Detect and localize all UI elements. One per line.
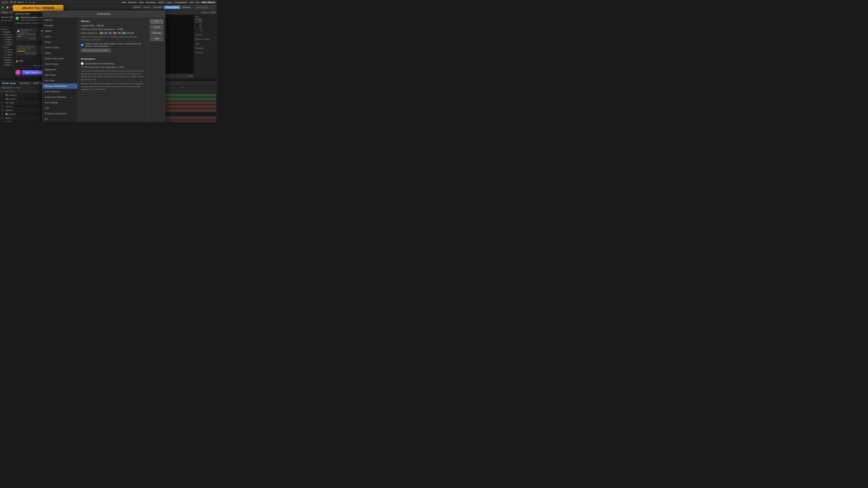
pref-media-disk[interactable]: Media & Disk Cache [42,56,78,61]
app-badge-me: Me [113,32,117,34]
pref-video-preview[interactable]: Video Preview [42,61,78,67]
menu-date: 25 בדצמי׳ 22 [10,1,24,4]
menu-time: 22:32 [2,1,8,4]
menu-edit[interactable]: Edit [189,1,193,4]
prefs-separator [81,55,145,55]
hand-tool[interactable]: ✋ [5,6,10,9]
reserved-other-label: RAM reserved for other applications: [81,28,115,31]
show-memory-row: Show Memory Usage Details... [81,48,145,52]
info-title: Info [195,16,216,18]
element-label: Element [1,16,9,19]
memory-section-title: Memory [81,20,145,23]
menu-window[interactable]: Window [128,1,137,4]
workspace-default[interactable]: Default [132,6,142,9]
affects-label: Affects After Effects, Premiere Pro, Pre… [81,36,145,41]
av-protection-label: PROTECTION [16,13,29,15]
av-empty-trash-btn[interactable]: Empty Trash [17,52,36,54]
prefs-buttons: OK Cancel Previous Next [148,18,165,122]
pref-labels[interactable]: Labels [42,51,78,56]
av-hdd-bar-fill [17,36,21,37]
menu-effect[interactable]: Effect [158,1,164,4]
selection-tool[interactable]: ▶ [1,6,5,9]
pref-appearance[interactable]: Appearance [42,67,78,72]
bluetooth-icon: ⊛ [33,1,35,4]
av-hdd-free-btn[interactable]: Free Up [17,37,36,40]
enable-mfr-row: Enable Multi-Frame Rendering [81,62,145,65]
reduce-cache-row: Reduce cache size when system is low on … [81,42,145,47]
menu-view[interactable]: View [139,1,144,4]
menu-apple-icon[interactable]:  [26,1,27,4]
render-queue-tab[interactable]: Render Queue [0,81,18,86]
av-unlock-header[interactable]: UNLOCK FULL VERSION [13,5,63,11]
workspace-small-screen[interactable]: Small Screen [164,6,180,9]
av-hdd-title: 💾 MACINTO...D: 1.00 TB [17,29,36,33]
performance-section-title: Performance [81,58,145,60]
menu-file[interactable]: File [195,1,199,4]
pref-grids[interactable]: Grids & Guides [42,45,78,51]
av-test-speed-btn[interactable]: Test Speed [33,65,43,67]
comp-view-label: Comp 1 • Cube [201,11,216,13]
pref-previews[interactable]: Previews [42,23,78,28]
pref-3d[interactable]: 3D [42,117,78,122]
enable-mfr-label: Enable Multi-Frame Rendering [85,63,114,65]
av-hdd-icon: 💾 [17,30,20,32]
right-panel: Info X: 2038 Y: 1499 R: G: B: A: 0 Previ… [194,15,217,78]
pref-import[interactable]: Import [42,34,78,39]
menu-bar-right: Help Window View Animation Effect Layer … [121,1,215,4]
paragraph-label: Paragraph [195,47,216,49]
perf-desc1: Multi-Frame Rendering allows After Effec… [81,70,145,81]
color-swatch: R: G: B: A: 0 [195,23,216,32]
workspace-standard[interactable]: Standard [152,6,164,9]
menu-composition[interactable]: Composition [175,1,187,4]
prefs-previous-btn[interactable]: Previous [150,31,163,35]
app-badge-ae: AE [99,32,104,34]
menu-layer[interactable]: Layer [166,1,172,4]
menu-animation[interactable]: Animation [146,1,156,4]
cpu-reserved-row: % CPU reserved for other applications: 1… [81,66,145,68]
menu-help[interactable]: Help [121,1,126,4]
pref-new-project[interactable]: New Project [42,72,78,78]
pref-audio-output[interactable]: Audio Output Mapping [42,94,78,100]
pref-auto-save[interactable]: Auto-Save [42,78,78,84]
comp1-tab[interactable]: ■ Comp 1 [18,81,32,86]
app-badge-pr3: Pr [118,32,121,34]
av-trash-block: TRASH: 2 GB LIMIT Used: 901.1 MB Empty T… [16,44,37,56]
av-footer-left: ✦ Open CleanMyMac [16,70,46,75]
info-section: Info X: 2038 Y: 1499 R: G: B: A: 0 [194,15,217,33]
cpu-reserved-value: 10 % [119,66,124,68]
prefs-next-btn[interactable]: Next [150,36,163,41]
pref-display[interactable]: Display [42,28,78,34]
installed-ram-label: Installed RAM: [81,25,95,27]
pref-sync[interactable]: Sync Settings [42,100,78,105]
search-input[interactable] [194,5,216,9]
workspace-libraries[interactable]: Libraries [181,6,192,9]
menu-bar: 22:32 25 בדצמי׳ 22  ⊙ ⊛ Help Window Vie… [0,0,217,5]
av-cpu-bar-fill [41,53,41,54]
effects-presets-section: Effects & Presets [194,37,217,42]
ram-available-label: RAM available for [81,32,98,34]
preview-label: Preview [195,34,216,36]
prefs-title: Preferences [42,11,165,18]
pref-audio-hardware[interactable]: Audio Hardware [42,89,78,94]
app-badge-pr1: Pr [104,32,108,34]
cpu-reserved-label: % CPU reserved for other applications: [81,66,118,68]
pref-general[interactable]: General [42,18,78,23]
info-x: X: 2038 [195,18,216,20]
pref-scripting[interactable]: Scripting & Expressions [42,111,78,117]
reduce-cache-checkbox[interactable] [81,44,84,46]
pref-output[interactable]: Output [42,39,78,45]
ram-available-row: RAM available for AE Pr Pr Me Pr Au 104 … [81,32,145,34]
pref-memory-performance[interactable]: Memory & Performance [42,84,78,89]
system-icons: ⊙ ⊛ [29,1,35,4]
workspace-learn[interactable]: Learn [143,6,151,9]
preferences-dialog: Preferences General Previews Display Imp… [42,10,165,122]
ram-available-value: 104 GB [126,32,134,34]
perf-desc1-row: Multi-Frame Rendering allows After Effec… [81,70,145,81]
show-memory-btn[interactable]: Show Memory Usage Details... [81,48,111,52]
pref-type[interactable]: Type [42,105,78,111]
av-vpn-label: 🔒 VPN [16,60,23,62]
prefs-ok-btn[interactable]: OK [150,19,163,24]
enable-mfr-checkbox[interactable] [81,62,84,65]
prefs-cancel-btn[interactable]: Cancel [150,25,163,30]
menu-after-effects[interactable]: After Effects [202,1,215,4]
